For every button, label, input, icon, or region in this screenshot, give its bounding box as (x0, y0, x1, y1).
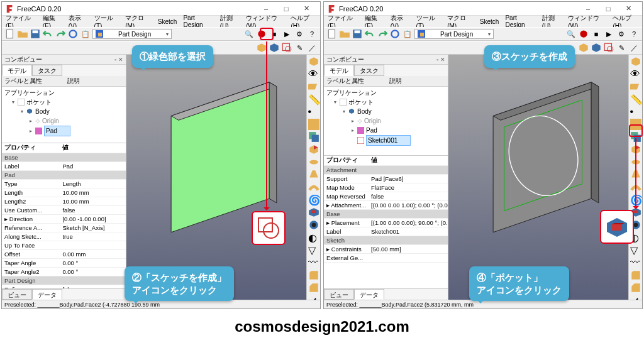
draft-icon[interactable]: ◢ (308, 295, 319, 300)
gear-icon[interactable]: ⚙ (616, 28, 627, 40)
clone-icon[interactable] (308, 131, 319, 143)
3d-viewport[interactable]: 👁 📏 • 🌀 ◐ ▽ 〰 (448, 55, 642, 300)
maximize-button[interactable]: □ (276, 3, 296, 14)
tree-body[interactable]: ▾Body (4, 107, 123, 116)
refresh-icon[interactable] (67, 28, 79, 40)
body-icon[interactable] (269, 42, 280, 53)
tab-view[interactable]: ビュー (2, 289, 32, 300)
model-tree[interactable]: アプリケーション ▾ポケット ▾Body ▸⊹Origin ▸Pad (2, 87, 126, 143)
tab-task[interactable]: タスク (354, 65, 384, 76)
prop-row[interactable]: Length210.00 mm (2, 197, 126, 206)
sub-sweep-icon[interactable]: 〰 (308, 257, 319, 268)
sweep-icon[interactable] (308, 182, 319, 193)
sub-loft-icon[interactable]: ▽ (630, 244, 641, 256)
datum-line-icon[interactable]: 📏 (308, 94, 319, 105)
fillet-icon[interactable] (630, 270, 641, 281)
prop-row[interactable]: Offset0.00 mm (2, 250, 126, 259)
tree-pocket[interactable]: ▾ポケット (4, 97, 123, 107)
search-icon[interactable]: 🔍 (565, 28, 577, 40)
model-tree[interactable]: アプリケーション ▾ポケット ▾Body ▸⊹Origin ▸Pad Sketc… (324, 87, 448, 156)
hole-icon[interactable] (308, 219, 319, 231)
prop-row[interactable]: Taper Angle20.00 ° (2, 268, 126, 276)
prop-row[interactable]: Map ModeFlatFace (324, 183, 448, 192)
fillet-icon[interactable] (308, 270, 319, 281)
help-icon[interactable]: ? (306, 28, 318, 40)
tab-model[interactable]: モデル (324, 65, 354, 76)
copy-icon[interactable]: 📋 (80, 28, 91, 40)
tab-data[interactable]: データ (32, 289, 62, 300)
close-button[interactable]: ✕ (618, 3, 638, 14)
redo-icon[interactable] (377, 28, 388, 40)
chamfer-icon[interactable] (630, 282, 641, 293)
new-doc-icon[interactable] (4, 28, 16, 40)
prop-row[interactable]: Reference A...Sketch [N_Axis] (2, 224, 126, 232)
tab-task[interactable]: タスク (32, 65, 62, 76)
part-icon[interactable] (578, 42, 589, 53)
shapebinder-icon[interactable] (308, 119, 319, 130)
open-icon[interactable] (17, 28, 28, 40)
datum-line-icon[interactable]: 📏 (630, 94, 641, 105)
macros-icon[interactable]: ▶ (603, 28, 614, 40)
3d-viewport[interactable]: 👁 📏 • 🌀 ◐ ▽ 〰 (126, 55, 320, 300)
prop-row[interactable]: Taper Angle0.00 ° (2, 259, 126, 268)
search-icon[interactable]: 🔍 (243, 28, 255, 40)
record-icon[interactable] (578, 28, 589, 40)
sub-sweep-icon[interactable]: 〰 (630, 257, 641, 268)
helix-icon[interactable]: 🌀 (308, 194, 319, 205)
menu-sketch[interactable]: Sketch (158, 18, 177, 25)
menu-partdesign[interactable]: Part Design (183, 14, 213, 28)
stop-icon[interactable]: ■ (591, 28, 602, 40)
refresh-icon[interactable] (389, 28, 401, 40)
prop-row[interactable]: LabelPad (2, 162, 126, 171)
tree-pad[interactable]: ▸Pad (4, 126, 123, 136)
edit-sketch-icon[interactable]: ✎ (616, 42, 627, 53)
maximize-button[interactable]: □ (598, 3, 618, 14)
tab-view[interactable]: ビュー (324, 289, 354, 300)
redo-icon[interactable] (55, 28, 66, 40)
tree-origin[interactable]: ▸⊹Origin (326, 116, 445, 126)
prop-row[interactable]: ▸ Placement[(1.00 0.00 0.00); 90.00 °; (… (324, 219, 448, 227)
prop-row[interactable]: Up To Face (2, 241, 126, 250)
prop-row[interactable]: ▸ Attachment...[(0.00 0.00 1.00); 0.00 °… (324, 201, 448, 210)
draft-icon[interactable]: ◢ (630, 295, 641, 300)
cube-yellow-icon[interactable] (308, 56, 319, 67)
create-sketch-icon[interactable] (281, 42, 292, 53)
view-icon[interactable]: 👁 (308, 68, 319, 80)
tree-sketch001[interactable]: Sketch001 (326, 135, 445, 146)
gear-icon[interactable]: ⚙ (294, 28, 305, 40)
undo-icon[interactable] (42, 28, 53, 40)
chamfer-icon[interactable] (308, 282, 319, 293)
panel-close-icon[interactable]: ▫ ✕ (436, 57, 445, 63)
macros-icon[interactable]: ▶ (281, 28, 292, 40)
undo-icon[interactable] (364, 28, 375, 40)
prop-row[interactable]: Use Custom...false (2, 206, 126, 215)
open-icon[interactable] (339, 28, 350, 40)
create-sketch-icon[interactable] (603, 42, 614, 53)
groove-icon[interactable]: ◐ (308, 232, 319, 243)
panel-close-icon[interactable]: ▫ ✕ (114, 57, 123, 63)
pad-icon[interactable] (308, 144, 319, 155)
datum-plane-icon[interactable] (630, 81, 641, 92)
line-icon[interactable]: ／ (306, 42, 318, 53)
minimize-button[interactable]: – (256, 3, 276, 14)
prop-row[interactable]: Length10.00 mm (2, 188, 126, 197)
workbench-selector[interactable]: Part Design (92, 29, 172, 39)
cube-yellow-icon[interactable] (630, 56, 641, 67)
copy-icon[interactable]: 📋 (402, 28, 413, 40)
view-icon[interactable]: 👁 (630, 68, 641, 80)
datum-point-icon[interactable]: • (308, 106, 319, 117)
tab-model[interactable]: モデル (2, 65, 32, 76)
menu-sketch[interactable]: Sketch (480, 18, 499, 25)
help-icon[interactable]: ? (628, 28, 640, 40)
new-doc-icon[interactable] (326, 28, 338, 40)
datum-plane-icon[interactable] (308, 81, 319, 92)
prop-row[interactable]: External Ge... (324, 254, 448, 263)
body-icon[interactable] (591, 42, 602, 53)
workbench-selector[interactable]: Part Design (414, 29, 494, 39)
prop-row[interactable]: Map Reversedfalse (324, 192, 448, 201)
pocket-icon[interactable] (308, 207, 319, 218)
sub-loft-icon[interactable]: ▽ (308, 244, 319, 256)
line-icon[interactable]: ／ (628, 42, 640, 53)
save-icon[interactable] (352, 28, 363, 40)
prop-row[interactable]: SupportPad [Face6] (324, 175, 448, 183)
